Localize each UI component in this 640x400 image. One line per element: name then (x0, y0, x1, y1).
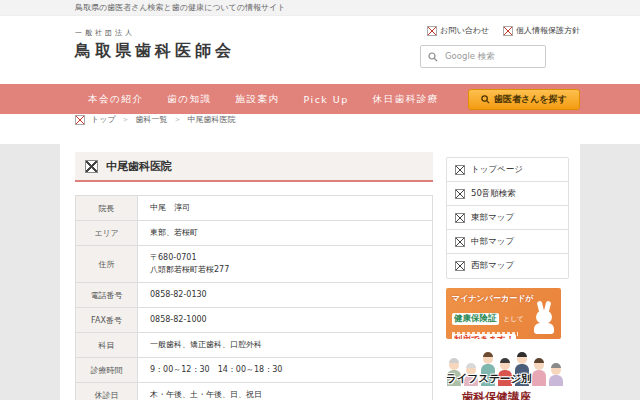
row-value: 〒680-0701 八頭郡若桜町若桜277 (138, 246, 433, 283)
banner-line2-suffix: として (504, 315, 524, 323)
row-label: エリア (76, 221, 138, 246)
clinic-info-table: 院長 中尾 淳司 エリア 東部、若桜町 住所 〒680-0701 八頭郡若桜町若… (75, 195, 433, 400)
header-right: お問い合わせ 個人情報保護方針 Google 検索 (420, 16, 580, 84)
sidebar-item-top-page[interactable]: トップページ (447, 158, 568, 182)
row-value: 9：00～12：30 14：00～18：30 (138, 358, 433, 383)
breadcrumb: トップ ＞ 歯科一覧 ＞ 中尾歯科医院 (60, 114, 580, 125)
row-label: 休診日 (76, 383, 138, 400)
google-search-input[interactable]: Google 検索 (420, 45, 546, 68)
lifestage-banner-title: ライフステージ別 (446, 372, 531, 386)
postal-code: 〒680-0701 (150, 252, 420, 264)
table-row-phone: 電話番号 0858-82-0130 (76, 283, 433, 308)
broken-image-icon (455, 189, 465, 199)
mynumber-insurance-banner[interactable]: マイナンバーカードが 健康保険証 として 利用できます！ (446, 288, 561, 339)
broken-image-icon (85, 160, 98, 173)
nav-item-holiday-care[interactable]: 休日歯科診療 (373, 93, 439, 106)
row-value: 0858-82-0130 (138, 283, 433, 308)
table-row-hours: 診療時間 9：00～12：30 14：00～18：30 (76, 358, 433, 383)
lifestage-lecture-banner[interactable]: ライフステージ別 歯科保健講座 (446, 346, 569, 400)
search-icon (428, 52, 438, 62)
find-dentist-label: 歯医者さんを探す (494, 93, 567, 106)
row-value: 0858-82-1000 (138, 308, 433, 333)
rabbit-mascot-icon (533, 301, 557, 335)
table-row-director: 院長 中尾 淳司 (76, 196, 433, 221)
breadcrumb-dentist-list[interactable]: 歯科一覧 (136, 114, 168, 125)
header: 一般社団法人 鳥取県歯科医師会 お問い合わせ 個人情報保護方針 Google 検… (0, 16, 640, 84)
broken-image-icon (455, 213, 465, 223)
page-title-bar: 中尾歯科医院 (75, 152, 433, 182)
nav-item-about[interactable]: 本会の紹介 (88, 93, 143, 106)
row-label: 科目 (76, 333, 138, 358)
broken-image-icon (455, 261, 465, 271)
contact-link[interactable]: お問い合わせ (427, 25, 489, 36)
main-nav: 本会の紹介 歯の知識 施設案内 Pick Up 休日歯科診療 歯医者さんを探す (0, 84, 640, 114)
org-type-label: 一般社団法人 (75, 28, 235, 38)
sidebar-item-label: 東部マップ (471, 212, 514, 224)
row-label: 診療時間 (76, 358, 138, 383)
breadcrumb-band: トップ ＞ 歯科一覧 ＞ 中尾歯科医院 (0, 114, 640, 144)
sidebar-item-label: 50音順検索 (471, 188, 516, 200)
broken-image-icon (455, 165, 465, 175)
tagline-band: 鳥取県の歯医者さん検索と歯の健康についての情報サイト (0, 0, 640, 16)
broken-image-icon (455, 237, 465, 247)
sidebar-item-label: 中部マップ (471, 236, 514, 248)
row-label: 電話番号 (76, 283, 138, 308)
sidebar-item-syllabary-search[interactable]: 50音順検索 (447, 182, 568, 206)
org-name-title: 鳥取県歯科医師会 (75, 41, 235, 62)
broken-image-icon (75, 115, 85, 125)
contact-link-label: お問い合わせ (440, 25, 489, 36)
sidebar-item-east-map[interactable]: 東部マップ (447, 206, 568, 230)
content-area: 中尾歯科医院 院長 中尾 淳司 エリア 東部、若桜町 住所 〒680-0701 … (0, 144, 640, 400)
sidebar-item-central-map[interactable]: 中部マップ (447, 230, 568, 254)
breadcrumb-separator: ＞ (122, 114, 130, 125)
sidebar-item-label: 西部マップ (471, 260, 514, 272)
sidebar-item-west-map[interactable]: 西部マップ (447, 254, 568, 278)
breadcrumb-home[interactable]: トップ (91, 114, 116, 125)
row-label: 住所 (76, 246, 138, 283)
privacy-policy-label: 個人情報保護方針 (516, 25, 580, 36)
row-value: 一般歯科、矯正歯科、口腔外科 (138, 333, 433, 358)
table-row-closed-days: 休診日 木・午後、土・午後、日、祝日 (76, 383, 433, 400)
header-links: お問い合わせ 個人情報保護方針 (420, 25, 580, 36)
address-line: 八頭郡若桜町若桜277 (150, 264, 420, 276)
row-value: 木・午後、土・午後、日、祝日 (138, 383, 433, 400)
broken-image-icon (427, 26, 437, 36)
clinic-detail-panel: 中尾歯科医院 院長 中尾 淳司 エリア 東部、若桜町 住所 〒680-0701 … (75, 152, 433, 400)
sidebar-item-label: トップページ (471, 164, 523, 176)
banner-line2-main: 健康保険証 (452, 313, 499, 325)
privacy-policy-link[interactable]: 個人情報保護方針 (503, 25, 580, 36)
find-dentist-button[interactable]: 歯医者さんを探す (468, 89, 580, 110)
table-row-specialties: 科目 一般歯科、矯正歯科、口腔外科 (76, 333, 433, 358)
table-row-area: エリア 東部、若桜町 (76, 221, 433, 246)
row-value: 東部、若桜町 (138, 221, 433, 246)
page-title: 中尾歯科医院 (106, 159, 172, 174)
sidebar: トップページ 50音順検索 東部マップ 中部マップ 西部マップ (446, 152, 569, 400)
row-label: FAX番号 (76, 308, 138, 333)
row-value: 中尾 淳司 (138, 196, 433, 221)
table-row-fax: FAX番号 0858-82-1000 (76, 308, 433, 333)
table-row-address: 住所 〒680-0701 八頭郡若桜町若桜277 (76, 246, 433, 283)
broken-image-icon (503, 26, 513, 36)
nav-item-dental-knowledge[interactable]: 歯の知識 (167, 93, 211, 106)
breadcrumb-current: 中尾歯科医院 (188, 114, 236, 125)
search-icon (481, 95, 490, 104)
row-label: 院長 (76, 196, 138, 221)
site-logo[interactable]: 一般社団法人 鳥取県歯科医師会 (60, 16, 235, 84)
nav-item-pickup[interactable]: Pick Up (303, 94, 348, 105)
banner-footnote-strip (452, 332, 518, 336)
sidebar-menu: トップページ 50音順検索 東部マップ 中部マップ 西部マップ (446, 157, 569, 279)
breadcrumb-separator: ＞ (174, 114, 182, 125)
lifestage-banner-subtitle: 歯科保健講座 (462, 390, 531, 400)
search-placeholder-text: Google 検索 (445, 51, 495, 63)
site-tagline: 鳥取県の歯医者さん検索と歯の健康についての情報サイト (60, 0, 580, 15)
nav-item-facilities[interactable]: 施設案内 (235, 93, 279, 106)
